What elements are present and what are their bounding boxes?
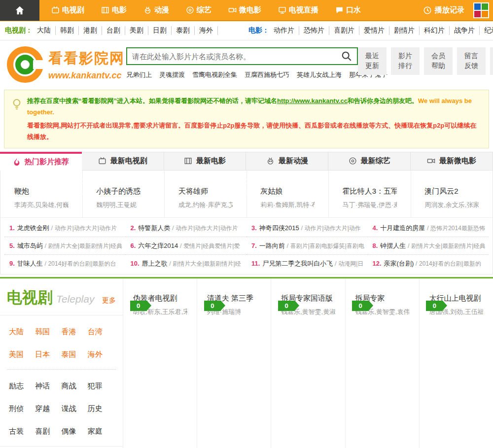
main-menu: 电视剧 电影 动漫 综艺 微电影 电视直播 口水 <box>51 5 361 15</box>
hot-search-link[interactable]: 兄弟们上 <box>126 70 152 79</box>
rank-item[interactable]: 2.特警新人类 / 动作片|动作大片|动作片 <box>126 219 247 237</box>
rank-item[interactable]: 4.十月建造的房屋 / 恐怖片2014最新恐怖 <box>368 219 489 237</box>
nav-item-movies[interactable]: 电影 <box>101 5 127 15</box>
genre-link[interactable]: 谍战 <box>62 404 88 414</box>
movie-title[interactable]: 鞭炮 <box>14 187 69 196</box>
rank-item[interactable]: 8.钟摆人生 / 剧情片大全|最新剧情片|经典 <box>368 237 489 255</box>
search-input[interactable] <box>127 48 336 64</box>
genre-link[interactable]: 家庭 <box>88 427 114 436</box>
domain-link[interactable]: http://www.kankantv.cc <box>277 97 348 104</box>
genre-link[interactable]: 神话 <box>35 381 61 391</box>
movie-title[interactable]: 小姨子的诱惑 <box>96 187 150 196</box>
subnav-link[interactable]: 大陆 <box>33 26 56 35</box>
nav-item-live-tv[interactable]: 电视直播 <box>278 5 318 15</box>
nav-item-koushui[interactable]: 口水 <box>335 5 361 15</box>
quality-badge: HD高清 <box>331 176 340 187</box>
tab-latest-micro-movies[interactable]: 最新微电影 <box>411 152 493 171</box>
member-help-button[interactable]: 会员帮助 <box>424 47 453 75</box>
subnav-link[interactable]: 动作片 <box>269 26 299 35</box>
region-link[interactable]: 美国 <box>9 350 35 359</box>
grid-square-blue <box>474 3 481 10</box>
ranking-board-title: 排行榜 <box>0 447 123 448</box>
tab-latest-variety[interactable]: 最新综艺 <box>328 152 411 171</box>
rank-item[interactable]: 11.尸兄第二季之我叫白小飞 / 动漫网|日 <box>246 255 368 273</box>
more-link[interactable]: 更多 <box>102 296 116 305</box>
subnav-link[interactable]: 美剧 <box>125 26 148 35</box>
tab-label: 最新动漫 <box>279 156 308 166</box>
genre-link[interactable]: 励志 <box>9 381 35 391</box>
rank-item[interactable]: 5.城市岛屿 / 剧情片大全|最新剧情片|经典 <box>4 237 126 255</box>
region-link[interactable]: 日本 <box>35 350 61 359</box>
tab-hot-recommend[interactable]: 热门影片推荐 <box>0 152 82 171</box>
subnav-link[interactable]: 剧情片 <box>389 26 420 35</box>
region-link[interactable]: 香港 <box>62 327 88 337</box>
subnav-link[interactable]: 科幻片 <box>420 26 450 35</box>
quality-badge: DVD版 <box>245 176 258 187</box>
tab-latest-tv-series[interactable]: 最新电视剧 <box>82 152 164 171</box>
rank-item[interactable]: 10.唇上之歌 / 剧情片大全|最新剧情片|经 <box>126 255 247 273</box>
region-link[interactable]: 泰国 <box>62 350 88 359</box>
tab-latest-anime[interactable]: 最新动漫 <box>246 152 328 171</box>
movie-title[interactable]: 澳门风云2 <box>424 187 479 196</box>
home-button[interactable] <box>0 0 39 21</box>
genre-link[interactable]: 古装 <box>9 427 35 436</box>
subnav-link[interactable]: 韩剧 <box>56 26 79 35</box>
genre-link[interactable]: 穿越 <box>35 404 61 414</box>
genre-link[interactable]: 偶像 <box>62 427 88 436</box>
hot-search-link[interactable]: 英雄儿女战上海 <box>297 70 342 79</box>
tv-card: 0 第1-19集网盘下载 伪装者电视剧 胡歌,靳东,王乐君,宋 <box>123 278 197 448</box>
rank-item[interactable]: 1.龙虎铁金刚 / 动作片|动作大片|动作片 <box>4 219 126 237</box>
search-button[interactable] <box>336 48 357 64</box>
hot-search-link[interactable]: 雪鹰电视剧全集 <box>192 70 237 79</box>
subnav-link[interactable]: 泰剧 <box>172 26 195 35</box>
subnav-link[interactable]: 恐怖片 <box>299 26 329 35</box>
recent-updates-button[interactable]: 最近更新 <box>358 47 387 75</box>
hot-search-link[interactable]: 灵魂摆渡 <box>159 70 185 79</box>
movie-actors: 魏明明,王曼妮 <box>96 201 150 209</box>
nav-item-micro-movie[interactable]: 微电影 <box>228 5 261 15</box>
region-link[interactable]: 台湾 <box>88 327 114 337</box>
nav-item-anime[interactable]: 动漫 <box>143 5 169 15</box>
movie-ranking-button[interactable]: 影片排行 <box>391 47 420 75</box>
movie-title[interactable]: 天将雄师 <box>178 187 233 196</box>
region-link[interactable]: 韩国 <box>35 327 61 337</box>
site-logo[interactable]: 看看影院网 www.kankantv.cc <box>7 46 126 83</box>
section-title: 电视剧 <box>7 287 53 308</box>
rank-item[interactable]: 6.六年之痒2014 / 爱情片|经典爱情片|爱 <box>126 237 247 255</box>
movie-title[interactable]: 灰姑娘 <box>260 187 315 196</box>
rank-item[interactable]: 9.甘味人生 / 2014好看的台剧|最新的台 <box>4 255 126 273</box>
genre-link[interactable]: 喜剧 <box>35 427 61 436</box>
nav-item-label: 综艺 <box>197 5 211 15</box>
color-grid-icon[interactable] <box>473 2 489 18</box>
subnav-link[interactable]: 战争片 <box>450 26 480 35</box>
play-history-button[interactable]: 播放记录 <box>423 5 464 15</box>
subnav-link[interactable]: 港剧 <box>79 26 102 35</box>
nav-item-label: 微电影 <box>239 5 261 15</box>
nav-item-label: 电视直播 <box>289 5 318 15</box>
genre-link[interactable]: 犯罪 <box>88 381 114 391</box>
bookmark-site-button[interactable]: 收藏本站 <box>490 47 493 75</box>
tab-latest-movies[interactable]: 最新电影 <box>164 152 246 171</box>
region-link[interactable]: 海外 <box>88 350 114 359</box>
subnav-link[interactable]: 日剧 <box>148 26 172 35</box>
subnav-link[interactable]: 爱情片 <box>359 26 389 35</box>
movie-title[interactable]: 霍比特人3：五军 <box>343 187 397 196</box>
region-link[interactable]: 大陆 <box>9 327 35 337</box>
count-ribbon: 0 <box>278 301 295 311</box>
rank-item[interactable]: 7.一路向前 / 喜剧片|喜剧电影爆笑|喜剧电 <box>246 237 368 255</box>
genre-link[interactable]: 刑侦 <box>9 404 35 414</box>
hot-search-link[interactable]: 豆腐西施杨七巧 <box>245 70 289 79</box>
nav-item-variety[interactable]: 综艺 <box>186 5 211 15</box>
subnav-link[interactable]: 喜剧片 <box>329 26 359 35</box>
rank-item[interactable]: 3.神奇四侠2015 / 动作片|动作大片|动作 <box>246 219 368 237</box>
rank-item[interactable]: 12.亲家(台剧) / 2014好看的台剧|最新的 <box>368 255 489 273</box>
genre-link[interactable]: 历史 <box>88 404 114 414</box>
feedback-button[interactable]: 留言反馈 <box>457 47 486 75</box>
logo-text: 看看影院网 www.kankantv.cc <box>48 49 125 81</box>
subnav-link[interactable]: 纪录片 <box>480 26 493 35</box>
search-icon <box>341 51 352 62</box>
nav-item-tv-series[interactable]: 电视剧 <box>51 5 84 15</box>
genre-link[interactable]: 商战 <box>62 381 88 391</box>
subnav-link[interactable]: 台剧 <box>102 26 125 35</box>
subnav-link[interactable]: 海外 <box>195 26 218 35</box>
